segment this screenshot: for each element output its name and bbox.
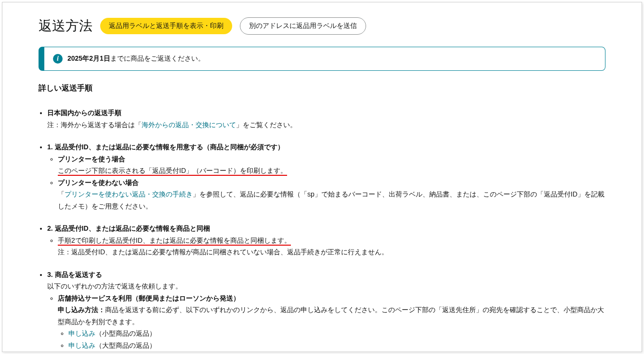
withprinter-body: このページ下部に表示される「返品受付ID」（バーコード）を印刷します。 bbox=[58, 167, 287, 176]
noprinter-head: プリンターを使わない場合 bbox=[58, 179, 139, 186]
step2-title: 2. 返品受付ID、または返品に必要な情報を商品と同梱 bbox=[47, 224, 210, 232]
step2-line2: 注：返品受付ID、または返品に必要な情報が商品に同梱されていない場合、返品手続き… bbox=[58, 248, 388, 256]
apply-large: 申し込み（大型商品の返品） bbox=[68, 340, 605, 352]
content-area: 返送方法 返品用ラベルと返送手順を表示・印刷 別のアドレスに返品用ラベルを送信 … bbox=[2, 2, 642, 352]
step1-withprinter: プリンターを使う場合 このページ下部に表示される「返品受付ID」（バーコード）を… bbox=[58, 153, 605, 177]
apply-body: 商品を返送する前に必ず、以下のいずれかのリンクから、返品の申し込みをしてください… bbox=[58, 306, 604, 326]
step2-line: 手順2で印刷した返品受付ID、または返品に必要な情報を商品と同梱します。 注：返… bbox=[58, 235, 605, 258]
page-title: 返送方法 bbox=[39, 17, 92, 35]
section-heading: 詳しい返送手順 bbox=[39, 83, 605, 93]
print-label-button[interactable]: 返品用ラベルと返送手順を表示・印刷 bbox=[100, 18, 232, 34]
apply-small: 申し込み（小型商品の返品） bbox=[68, 328, 605, 340]
domestic-note-prefix: 注：海外から返送する場合は「 bbox=[47, 121, 142, 129]
banner-text: 2025年2月1日までに商品をご返送ください。 bbox=[67, 54, 205, 63]
step1-title: 1. 返品受付ID、または返品に必要な情報を用意する（商品と同梱が必須です） bbox=[47, 143, 284, 151]
step3-intro: 以下のいずれかの方法で返送を依頼します。 bbox=[47, 282, 182, 290]
step2-item: 2. 返品受付ID、または返品に必要な情報を商品と同梱 手順2で印刷した返品受付… bbox=[47, 223, 605, 258]
step3-store: 店舗持込サービスを利用（郵便局またはローソンから発送） 申し込み方法：商品を返送… bbox=[58, 292, 605, 353]
steps-list: 日本国内からの返送手順 注：海外から返送する場合は「海外からの返品・交換について… bbox=[39, 107, 605, 352]
domestic-note-suffix: 」をご覧ください。 bbox=[236, 121, 297, 129]
apply-small-suffix: （小型商品の返品） bbox=[95, 329, 156, 337]
step1-noprinter: プリンターを使わない場合 「プリンターを使わない返品・交換の手続き」を参照して、… bbox=[58, 177, 605, 212]
apply-links: 申し込み（小型商品の返品） 申し込み（大型商品の返品） bbox=[58, 328, 605, 351]
domestic-item: 日本国内からの返送手順 注：海外から返送する場合は「海外からの返品・交換について… bbox=[47, 107, 605, 131]
banner-date: 2025年2月1日 bbox=[67, 54, 110, 62]
noprinter-link[interactable]: プリンターを使わない返品・交換の手続き bbox=[65, 190, 193, 198]
domestic-title: 日本国内からの返送手順 bbox=[47, 109, 121, 117]
noprinter-prefix: 「 bbox=[58, 190, 65, 198]
withprinter-head: プリンターを使う場合 bbox=[58, 155, 125, 163]
page-container: 返送方法 返品用ラベルと返送手順を表示・印刷 別のアドレスに返品用ラベルを送信 … bbox=[2, 2, 642, 352]
banner-suffix: までに商品をご返送ください。 bbox=[110, 54, 205, 62]
apply-small-link[interactable]: 申し込み bbox=[68, 329, 95, 337]
step3-sublist: 店舗持込サービスを利用（郵便局またはローソンから発送） 申し込み方法：商品を返送… bbox=[47, 292, 605, 353]
step3-item: 3. 商品を返送する 以下のいずれかの方法で返送を依頼します。 店舗持込サービス… bbox=[47, 269, 605, 353]
step1-item: 1. 返品受付ID、または返品に必要な情報を用意する（商品と同梱が必須です） プ… bbox=[47, 141, 605, 212]
info-banner: i 2025年2月1日までに商品をご返送ください。 bbox=[39, 47, 605, 71]
apply-large-link[interactable]: 申し込み bbox=[68, 341, 95, 349]
step2-line1: 手順2で印刷した返品受付ID、または返品に必要な情報を商品と同梱します。 bbox=[58, 236, 291, 246]
overseas-link[interactable]: 海外からの返品・交換について bbox=[142, 121, 236, 129]
step2-sublist: 手順2で印刷した返品受付ID、または返品に必要な情報を商品と同梱します。 注：返… bbox=[47, 235, 605, 258]
store-head: 店舗持込サービスを利用（郵便局またはローソンから発送） bbox=[58, 294, 240, 302]
step3-title: 3. 商品を返送する bbox=[47, 271, 102, 278]
apply-label: 申し込み方法： bbox=[58, 306, 105, 314]
title-row: 返送方法 返品用ラベルと返送手順を表示・印刷 別のアドレスに返品用ラベルを送信 bbox=[39, 17, 605, 35]
info-icon: i bbox=[53, 54, 63, 64]
apply-large-suffix: （大型商品の返品） bbox=[95, 341, 156, 349]
send-label-button[interactable]: 別のアドレスに返品用ラベルを送信 bbox=[240, 17, 366, 35]
step1-sublist: プリンターを使う場合 このページ下部に表示される「返品受付ID」（バーコード）を… bbox=[47, 153, 605, 212]
